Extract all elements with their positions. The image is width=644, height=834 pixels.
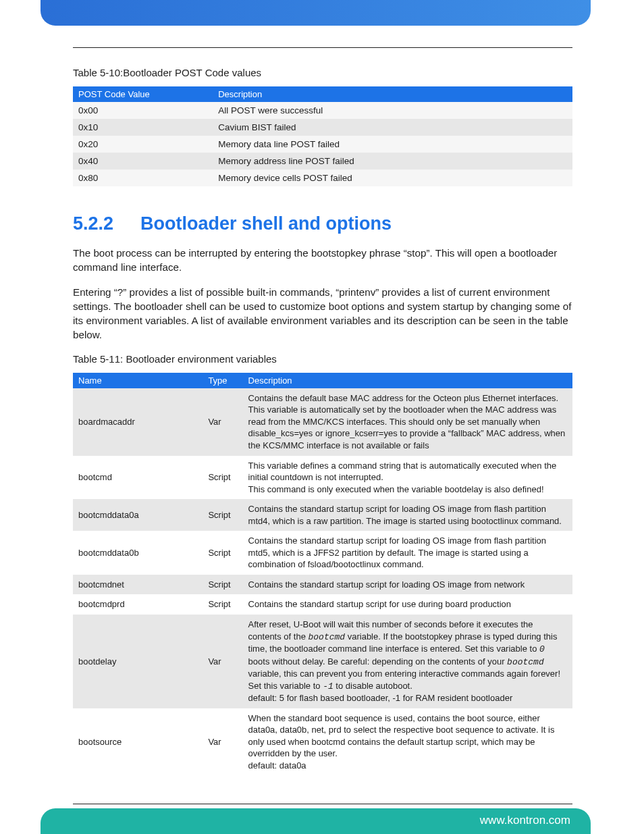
- cell: All POST were successful: [213, 102, 572, 119]
- env-name: bootdelay: [73, 615, 203, 708]
- env-type: Script: [203, 594, 242, 615]
- env-name: bootsource: [73, 708, 203, 776]
- top-banner: [41, 0, 591, 26]
- env-type: Script: [203, 531, 242, 575]
- cell: Cavium BIST failed: [213, 119, 572, 136]
- cell: 0x80: [73, 170, 213, 186]
- table-post-codes: POST Code Value Description 0x00All POST…: [73, 86, 572, 186]
- env-desc: After reset, U-Boot will wait this numbe…: [243, 615, 572, 708]
- page-content: Table 5-10:Bootloader POST Code values P…: [73, 47, 572, 776]
- env-desc: Contains the standard startup script for…: [243, 499, 572, 531]
- cell: 0x40: [73, 153, 213, 170]
- section-title: Bootloader shell and options: [140, 213, 392, 234]
- env-type: Var: [203, 708, 242, 776]
- bottom-banner: www.kontron.com: [41, 808, 591, 834]
- env-desc: Contains the standard startup script for…: [243, 575, 572, 595]
- env-desc: This variable defines a command string t…: [243, 456, 572, 500]
- env-name: bootcmdprd: [73, 594, 203, 615]
- cell: 0x20: [73, 136, 213, 153]
- cell: Memory device cells POST failed: [213, 170, 572, 186]
- table2-caption: Table 5-11: Bootloader environment varia…: [73, 353, 572, 365]
- t2-h1: Type: [203, 373, 242, 388]
- env-desc: Contains the default base MAC address fo…: [243, 388, 572, 456]
- t1-h0: POST Code Value: [73, 86, 213, 102]
- env-type: Script: [203, 499, 242, 531]
- table-env-vars: Name Type Description boardmacaddrVarCon…: [73, 373, 572, 776]
- env-name: boardmacaddr: [73, 388, 203, 456]
- env-type: Script: [203, 456, 242, 500]
- env-name: bootcmdnet: [73, 575, 203, 595]
- section-heading: 5.2.2Bootloader shell and options: [73, 213, 572, 234]
- paragraph-2: Entering “?” provides a list of possible…: [73, 286, 572, 342]
- env-desc: Contains the standard startup script for…: [243, 594, 572, 615]
- env-name: bootcmddata0b: [73, 531, 203, 575]
- t1-h1: Description: [213, 86, 572, 102]
- env-type: Script: [203, 575, 242, 595]
- env-desc: Contains the standard startup script for…: [243, 531, 572, 575]
- env-type: Var: [203, 388, 242, 456]
- footer-url: www.kontron.com: [480, 814, 570, 827]
- paragraph-1: The boot process can be interrupted by e…: [73, 246, 572, 275]
- cell: 0x00: [73, 102, 213, 119]
- env-desc: When the standard boot sequence is used,…: [243, 708, 572, 776]
- env-name: bootcmddata0a: [73, 499, 203, 531]
- top-rule: [73, 47, 572, 48]
- env-name: bootcmd: [73, 456, 203, 500]
- section-number: 5.2.2: [73, 213, 140, 234]
- cell: Memory data line POST failed: [213, 136, 572, 153]
- footer-rule: [73, 804, 572, 804]
- t2-h0: Name: [73, 373, 203, 388]
- env-type: Var: [203, 615, 242, 708]
- cell: 0x10: [73, 119, 213, 136]
- cell: Memory address line POST failed: [213, 153, 572, 170]
- t2-h2: Description: [243, 373, 572, 388]
- table1-caption: Table 5-10:Bootloader POST Code values: [73, 67, 572, 78]
